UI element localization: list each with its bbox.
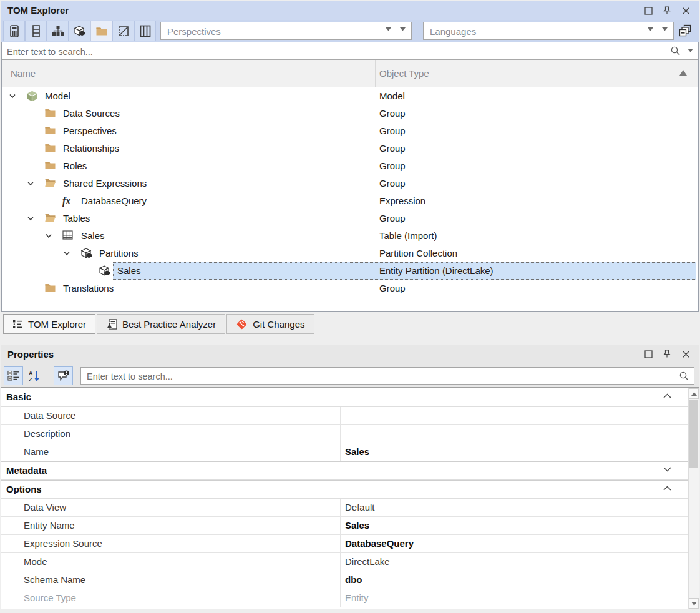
hierarchies-toggle-button[interactable] <box>47 21 69 41</box>
property-value[interactable]: Sales <box>341 443 688 461</box>
tree-row[interactable]: RolesGroup <box>2 157 698 175</box>
pin-icon <box>663 6 671 15</box>
perspectives-combo[interactable] <box>160 22 412 40</box>
scroll-down-button[interactable] <box>689 598 699 609</box>
chevron-down-icon[interactable] <box>648 27 653 31</box>
pin-button[interactable] <box>660 347 674 361</box>
property-label: Schema Name <box>1 571 341 589</box>
categorized-button[interactable] <box>4 366 23 385</box>
search-icon[interactable] <box>670 46 681 56</box>
tree-row[interactable]: fxDatabaseQueryExpression <box>2 192 698 210</box>
property-label: Data View <box>1 499 341 516</box>
folder-open-icon <box>44 213 56 223</box>
folder-icon <box>44 283 56 293</box>
property-value[interactable] <box>341 425 688 443</box>
row-highlight <box>59 105 696 122</box>
tree-chevron-icon[interactable] <box>8 92 17 101</box>
tree-row[interactable]: PerspectivesGroup <box>2 122 698 140</box>
tree-node-label: Data Sources <box>63 105 120 122</box>
category-row-metadata[interactable]: Metadata <box>1 461 688 480</box>
languages-combo[interactable] <box>423 22 674 40</box>
tree-chevron-icon[interactable] <box>62 249 71 258</box>
tree-node-label: DatabaseQuery <box>81 192 147 210</box>
vertical-scrollbar[interactable] <box>688 388 699 609</box>
property-value[interactable] <box>341 407 688 424</box>
hidden-objects-toggle-button[interactable] <box>112 21 134 41</box>
scrollbar-thumb[interactable] <box>689 400 698 468</box>
columns-toggle-button[interactable] <box>25 21 47 41</box>
tree-chevron-icon[interactable] <box>26 179 35 188</box>
category-row-basic[interactable]: Basic <box>1 388 688 407</box>
tree-chevron-icon[interactable] <box>26 214 35 223</box>
measures-toggle-button[interactable] <box>3 21 25 41</box>
close-icon <box>682 350 690 358</box>
tom-window-buttons <box>641 1 693 20</box>
tab-label: Git Changes <box>253 319 304 330</box>
sort-alpha-button[interactable]: AZ <box>25 366 44 385</box>
maximize-button[interactable] <box>641 4 655 17</box>
close-button[interactable] <box>679 347 693 361</box>
perspectives-input[interactable] <box>166 23 379 40</box>
pin-button[interactable] <box>660 4 674 17</box>
column-header-name[interactable]: Name <box>11 60 36 87</box>
category-label: Basic <box>6 388 31 406</box>
tree-column-headers: Name Object Type <box>2 60 698 87</box>
column-header-object-type[interactable]: Object Type <box>379 60 429 87</box>
tree-row[interactable]: PartitionsPartition Collection <box>2 245 698 262</box>
properties-search-input[interactable] <box>85 369 668 384</box>
tree-row[interactable]: Shared ExpressionsGroup <box>2 175 698 192</box>
languages-input[interactable] <box>429 23 641 40</box>
tab-best-practice-analyzer[interactable]: Best Practice Analyzer <box>97 314 225 334</box>
property-value[interactable]: DirectLake <box>341 553 688 571</box>
tab-label: Best Practice Analyzer <box>122 319 216 330</box>
chevron-down-icon[interactable] <box>662 27 668 31</box>
tree-chevron-icon[interactable] <box>44 232 53 240</box>
tree-node-object-type: Group <box>379 280 406 297</box>
row-highlight <box>59 210 696 227</box>
property-value[interactable]: Default <box>341 499 688 516</box>
partitions-toggle-button[interactable] <box>69 21 90 41</box>
tom-search-input[interactable] <box>6 44 657 59</box>
folder-icon <box>44 143 56 153</box>
chevron-down-icon[interactable] <box>386 27 391 31</box>
property-label: Name <box>1 443 341 461</box>
tree-row[interactable]: ModelModel <box>2 87 698 105</box>
tree-row[interactable]: SalesTable (Import) <box>2 227 698 245</box>
close-button[interactable] <box>679 4 693 17</box>
category-row-options[interactable]: Options <box>1 480 688 499</box>
folders-toggle-button[interactable] <box>90 21 112 41</box>
property-value[interactable]: dbo <box>341 571 688 589</box>
tab-tom-explorer[interactable]: TOM Explorer <box>3 314 95 334</box>
row-highlight <box>59 175 696 192</box>
expand-chevron-icon[interactable] <box>663 467 671 472</box>
cascade-icon[interactable] <box>679 24 692 37</box>
tree-node-label: Partitions <box>99 245 139 262</box>
chevron-down-icon[interactable] <box>688 49 693 52</box>
tree-node-object-type: Expression <box>379 192 425 210</box>
tree-row[interactable]: TranslationsGroup <box>2 280 698 297</box>
tree-row[interactable]: TablesGroup <box>2 210 698 227</box>
properties-grid-rows: BasicData SourceDescriptionNameSalesMeta… <box>1 388 688 607</box>
tree-row[interactable]: Data SourcesGroup <box>2 105 698 122</box>
property-value[interactable]: Sales <box>341 517 688 534</box>
property-value[interactable]: DatabaseQuery <box>341 535 688 552</box>
maximize-button[interactable] <box>641 347 655 361</box>
tree-row[interactable]: SalesEntity Partition (DirectLake) <box>2 262 698 280</box>
tab-git-changes[interactable]: Git Changes <box>226 314 314 334</box>
tree-node-label: Shared Expressions <box>63 175 147 192</box>
table-icon <box>62 230 73 240</box>
close-icon <box>682 7 690 15</box>
table-columns-toggle-button[interactable] <box>134 21 156 41</box>
chevron-down-icon[interactable] <box>400 27 406 31</box>
tree-row[interactable]: RelationshipsGroup <box>2 140 698 157</box>
hierarchies-icon <box>52 26 64 37</box>
description-bubble-button[interactable] <box>54 366 73 385</box>
tree-node-object-type: Group <box>379 122 406 140</box>
property-label: Expression Source <box>1 535 341 552</box>
collapse-chevron-icon[interactable] <box>663 486 671 491</box>
scroll-up-button[interactable] <box>689 388 699 399</box>
search-icon[interactable] <box>679 371 689 381</box>
collapse-chevron-icon[interactable] <box>663 393 671 398</box>
column-divider[interactable] <box>375 60 376 87</box>
property-label: Entity Name <box>1 517 341 534</box>
